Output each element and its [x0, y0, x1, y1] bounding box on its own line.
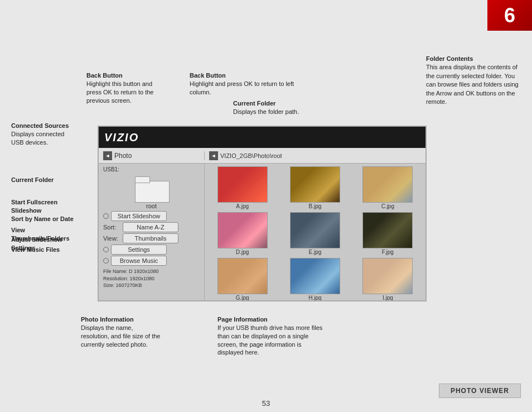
- photo-item[interactable]: A.jpg: [207, 166, 277, 209]
- annotation-title: Current Folder: [233, 100, 275, 107]
- photo-item[interactable]: H.jpg: [280, 258, 350, 300]
- photo-label: D.jpg: [236, 249, 249, 255]
- photo-thumbnail: [217, 258, 268, 294]
- annotation-title: Connected Sources: [11, 122, 69, 129]
- annotation-page-info: Page Information If your USB thumb drive…: [217, 315, 326, 357]
- photo-thumbnail: [362, 258, 413, 294]
- folder-contents-desc: This area displays the contents of the c…: [426, 64, 519, 105]
- start-slideshow-row: Start Slideshow: [103, 211, 200, 221]
- vizio-header-bar: VIZIO: [99, 127, 425, 148]
- annotation-photo-info: Photo Information Displays the name, res…: [81, 315, 162, 348]
- right-panel-header: ◄ VIZIO_2GB\Photo\root: [205, 151, 425, 160]
- photo-thumbnail: [217, 212, 268, 248]
- sort-label: Sort:: [103, 224, 121, 231]
- annotation-title: Back Button: [86, 72, 123, 79]
- photo-label: F.jpg: [382, 249, 394, 255]
- photo-label: C.jpg: [381, 203, 394, 209]
- photo-item[interactable]: E.jpg: [280, 212, 350, 255]
- annotation-sort-by: Sort by Name or Date: [11, 215, 78, 223]
- left-panel-header: ◄ Photo: [99, 151, 205, 160]
- annotation-title: Back Button: [190, 72, 226, 79]
- annotation-title: View Music Files: [11, 246, 60, 253]
- back-arrow-left-icon[interactable]: ◄: [103, 151, 112, 160]
- file-name-text: File Name: D 1920x1080: [103, 268, 200, 275]
- folder-contents-title: Folder Contents: [426, 55, 521, 63]
- photo-item[interactable]: D.jpg: [207, 212, 277, 255]
- browse-music-row: Browse Music: [103, 256, 200, 266]
- annotation-start-fullscreen: Start Fullscreen Slideshow: [11, 198, 78, 215]
- folder-label: root: [146, 203, 157, 209]
- photo-label: G.jpg: [236, 295, 249, 300]
- photo-thumbnail: [362, 166, 413, 203]
- main-content-area: USB1: root Start Slideshow Sort: Name A-…: [99, 164, 425, 300]
- left-panel-title: Photo: [114, 152, 132, 160]
- photo-label: B.jpg: [309, 203, 322, 209]
- file-size-text: Size: 1607270KB: [103, 282, 200, 289]
- photo-thumbnail: [290, 166, 340, 203]
- folder-path-text: VIZIO_2GB\Photo\root: [220, 152, 282, 159]
- photo-thumbnail: [362, 212, 413, 248]
- photo-thumbnail: [290, 258, 340, 294]
- annotation-back-button-left: Back Button Highlight this button and pr…: [86, 71, 159, 104]
- annotation-title: Page Information: [217, 316, 268, 323]
- chapter-number-badge: 6: [487, 0, 532, 31]
- view-button[interactable]: Thumbnails: [123, 233, 178, 243]
- annotation-title: Sort by Name or Date: [11, 215, 74, 222]
- annotation-desc: Highlight this button and press OK to re…: [86, 80, 153, 104]
- photo-label: H.jpg: [308, 295, 321, 300]
- annotation-connected-sources: Connected Sources Displays connected USB…: [11, 122, 75, 147]
- view-label: View:: [103, 235, 121, 242]
- annotation-view-music: View Music Files: [11, 246, 72, 254]
- settings-button[interactable]: Settings: [111, 245, 167, 255]
- annotation-title: Start Fullscreen Slideshow: [11, 199, 57, 214]
- settings-row: Settings: [103, 245, 200, 255]
- annotation-current-folder-left: Current Folder: [11, 176, 67, 184]
- folder-icon-area: root: [99, 176, 204, 209]
- photo-viewer-ui: VIZIO ◄ Photo ◄ VIZIO_2GB\Photo\root USB…: [98, 126, 427, 301]
- back-arrow-right-icon[interactable]: ◄: [209, 151, 218, 160]
- photo-item[interactable]: G.jpg: [207, 258, 277, 300]
- sort-row: Sort: Name A-Z: [103, 222, 200, 232]
- photo-label: I.jpg: [383, 295, 393, 300]
- photo-item[interactable]: C.jpg: [353, 166, 423, 209]
- file-info-area: File Name: D 1920x1080 Resolution: 1920x…: [103, 268, 200, 289]
- photo-thumbnail: [290, 212, 340, 248]
- file-resolution-text: Resolution: 1920x1080: [103, 275, 200, 282]
- annotation-title: Current Folder: [11, 176, 54, 183]
- annotation-current-folder-top: Current Folder Displays the folder path.: [233, 99, 333, 116]
- annotation-desc: Displays connected USB devices.: [11, 131, 64, 146]
- photo-label: E.jpg: [309, 249, 322, 255]
- view-row: View: Thumbnails: [103, 233, 200, 243]
- page-number: 53: [262, 399, 270, 408]
- sort-button[interactable]: Name A-Z: [123, 222, 178, 232]
- photo-item[interactable]: I.jpg: [353, 258, 423, 300]
- annotation-desc: Displays the folder path.: [233, 108, 299, 115]
- annotation-desc: If your USB thumb drive has more files t…: [217, 324, 322, 356]
- start-slideshow-button[interactable]: Start Slideshow: [111, 211, 167, 221]
- right-panel: A.jpgB.jpgC.jpgD.jpgE.jpgF.jpgG.jpgH.jpg…: [205, 164, 425, 300]
- vizio-logo: VIZIO: [104, 131, 139, 144]
- sub-header-bar: ◄ Photo ◄ VIZIO_2GB\Photo\root: [99, 148, 425, 164]
- settings-radio: [103, 247, 109, 252]
- annotation-back-button-right: Back Button Highlight and press OK to re…: [190, 71, 298, 97]
- slideshow-radio: [103, 213, 109, 219]
- photo-viewer-text: PHOTO VIEWER: [451, 387, 509, 395]
- annotation-desc: Highlight and press OK to return to left…: [190, 80, 294, 95]
- annotation-desc: Displays the name, resolution, and file …: [81, 324, 160, 348]
- photo-label: A.jpg: [236, 203, 249, 209]
- photo-thumbnail: [217, 166, 268, 203]
- browse-music-button[interactable]: Browse Music: [111, 256, 167, 266]
- photo-item[interactable]: B.jpg: [280, 166, 350, 209]
- annotation-folder-contents: Folder Contents This area displays the c…: [426, 55, 521, 106]
- photo-viewer-label: PHOTO VIEWER: [439, 384, 521, 398]
- music-radio: [103, 258, 109, 264]
- folder-icon: [135, 176, 168, 202]
- left-panel: USB1: root Start Slideshow Sort: Name A-…: [99, 164, 205, 300]
- chapter-number: 6: [504, 4, 515, 27]
- photo-grid: A.jpgB.jpgC.jpgD.jpgE.jpgF.jpgG.jpgH.jpg…: [207, 166, 423, 300]
- annotation-title: Photo Information: [81, 316, 134, 323]
- usb-label: USB1:: [99, 166, 204, 174]
- photo-item[interactable]: F.jpg: [353, 212, 423, 255]
